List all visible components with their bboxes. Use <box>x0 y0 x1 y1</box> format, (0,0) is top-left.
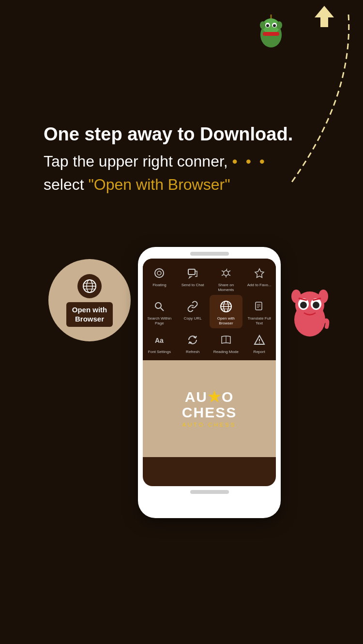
menu-floating[interactable]: Floating <box>143 261 176 295</box>
share-moments-label: Share on Moments <box>212 283 241 292</box>
floating-icon <box>151 265 167 281</box>
svg-point-17 <box>157 271 161 275</box>
svg-point-34 <box>259 342 260 343</box>
menu-open-browser[interactable]: Open with Browser <box>210 295 243 328</box>
svg-point-41 <box>300 302 307 308</box>
font-settings-label: Font Settings <box>148 350 171 354</box>
send-to-chat-icon <box>185 265 200 281</box>
svg-point-8 <box>266 24 269 27</box>
circle-label: Open withBrowser <box>66 302 113 327</box>
add-favorites-label: Add to Favo... <box>247 283 272 288</box>
phone-speaker-bottom <box>190 490 229 494</box>
menu-report[interactable]: Report <box>242 328 276 357</box>
headline: One step away to Download. <box>44 123 315 146</box>
refresh-label: Refresh <box>186 350 199 354</box>
phone-speaker-top <box>190 252 229 256</box>
search-page-icon <box>151 299 167 314</box>
open-with-browser-circle: Open withBrowser <box>48 259 131 341</box>
phone-screen: Floating Send to Chat <box>143 259 276 486</box>
app-logo-line2: CHESS <box>182 405 237 420</box>
svg-point-42 <box>313 302 319 308</box>
svg-point-20 <box>155 303 161 308</box>
font-settings-icon: Aa <box>151 332 167 348</box>
svg-point-5 <box>276 21 282 29</box>
app-logo-line1: AU★O <box>182 390 237 404</box>
green-character <box>254 15 288 53</box>
report-icon <box>252 332 267 348</box>
report-label: Report <box>254 350 265 354</box>
svg-point-9 <box>273 24 276 27</box>
svg-rect-10 <box>263 32 279 36</box>
reading-mode-icon <box>218 332 234 348</box>
arrow-up-icon <box>314 4 335 30</box>
translate-icon <box>252 299 267 314</box>
browser-globe-icon <box>77 274 102 298</box>
phone-frame: Floating Send to Chat <box>138 247 281 518</box>
subline1: Tap the upper right conner, • • • <box>44 150 315 173</box>
share-moments-icon <box>218 265 234 281</box>
svg-point-16 <box>155 269 164 277</box>
menu-reading-mode[interactable]: Reading Mode <box>210 328 243 357</box>
svg-line-21 <box>161 308 164 311</box>
menu-search-page[interactable]: Search Within Page <box>143 295 176 328</box>
svg-point-19 <box>224 271 228 276</box>
menu-share-moments[interactable]: Share on Moments <box>210 261 243 295</box>
open-browser-menu-label: Open with Browser <box>212 316 241 325</box>
menu-copy-url[interactable]: Copy URL <box>176 295 210 328</box>
add-favorites-icon <box>252 265 267 281</box>
floating-label: Floating <box>152 283 166 288</box>
svg-point-4 <box>260 21 266 29</box>
svg-text:Aa: Aa <box>155 337 164 344</box>
pink-monster-character <box>286 286 334 339</box>
logo-star: ★ <box>208 389 222 405</box>
instruction-block: One step away to Download. Tap the upper… <box>44 123 315 196</box>
menu-add-favorites[interactable]: Add to Favo... <box>242 261 276 295</box>
menu-grid: Floating Send to Chat <box>143 259 276 360</box>
copy-url-icon <box>185 299 200 314</box>
open-browser-icon <box>218 299 234 314</box>
app-tagline: AUTO CHESS <box>182 422 237 428</box>
phone-mockup: Floating Send to Chat <box>138 247 281 518</box>
app-logo-area: AU★O CHESS AUTO CHESS <box>143 360 276 457</box>
menu-refresh[interactable]: Refresh <box>176 328 210 357</box>
svg-marker-0 <box>315 6 334 27</box>
send-to-chat-label: Send to Chat <box>182 283 204 288</box>
search-page-label: Search Within Page <box>145 316 174 325</box>
menu-send-to-chat[interactable]: Send to Chat <box>176 261 210 295</box>
menu-font-settings[interactable]: Aa Font Settings <box>143 328 176 357</box>
translate-label: Translate Full Text <box>244 316 274 325</box>
app-logo: AU★O CHESS AUTO CHESS <box>182 390 237 428</box>
refresh-icon <box>185 332 200 348</box>
subline2: select "Open with Browser" <box>44 173 315 196</box>
reading-mode-label: Reading Mode <box>213 350 239 354</box>
copy-url-label: Copy URL <box>184 316 202 321</box>
svg-rect-18 <box>188 269 195 275</box>
menu-translate[interactable]: Translate Full Text <box>242 295 276 328</box>
